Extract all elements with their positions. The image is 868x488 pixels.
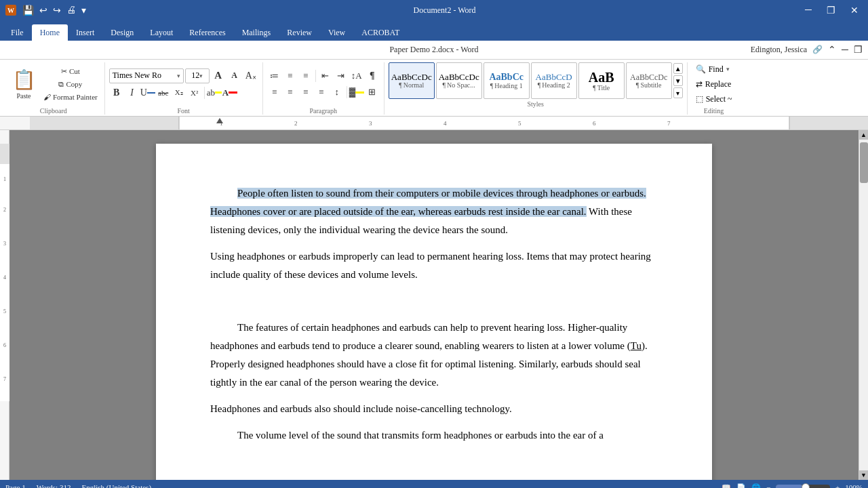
- align-right-button[interactable]: ≡: [298, 85, 313, 100]
- strikethrough-button[interactable]: abc: [156, 85, 171, 100]
- clear-format-button[interactable]: Aₓ: [243, 68, 258, 83]
- scroll-thumb[interactable]: [860, 142, 868, 183]
- style-normal[interactable]: AaBbCcDc ¶ Normal: [389, 62, 435, 99]
- multilevel-button[interactable]: ≡: [298, 68, 313, 83]
- tab-file[interactable]: File: [3, 24, 32, 41]
- cut-button[interactable]: ✂ Cut: [41, 65, 100, 77]
- bold-button[interactable]: B: [109, 85, 124, 100]
- decrease-indent-button[interactable]: ⇤: [318, 68, 333, 83]
- window-minimize[interactable]: ─: [842, 45, 848, 56]
- style-subtitle[interactable]: AaBbCcDc ¶ Subtitle: [626, 62, 672, 99]
- tab-review[interactable]: Review: [279, 24, 320, 41]
- styles-expand[interactable]: ▾: [673, 87, 683, 98]
- superscript-button[interactable]: X²: [187, 85, 202, 100]
- minimize-button[interactable]: ─: [801, 3, 816, 18]
- font-name-dropdown[interactable]: Times New Ro ▾: [109, 68, 184, 83]
- style-no-spacing[interactable]: AaBbCcDc ¶ No Spac...: [436, 62, 482, 99]
- shrink-font-button[interactable]: A: [227, 68, 242, 83]
- select-button[interactable]: ⬚ Select ~: [692, 92, 736, 106]
- paragraph-4[interactable]: The features of certain headphones and e…: [210, 319, 658, 392]
- print-button[interactable]: 🖨: [64, 3, 78, 17]
- title-bar-title: Document2 - Word: [88, 5, 801, 16]
- align-left-button[interactable]: ≡: [267, 85, 282, 100]
- divider2: [315, 70, 316, 82]
- scroll-down-button[interactable]: ▼: [859, 470, 869, 480]
- underline-button[interactable]: U: [140, 85, 155, 100]
- zoom-level[interactable]: 100%: [845, 483, 863, 488]
- grow-font-button[interactable]: A: [211, 68, 226, 83]
- style-title-label: ¶ Title: [593, 84, 610, 92]
- styles-scroll-up[interactable]: ▲: [673, 63, 683, 74]
- scroll-track[interactable]: [859, 140, 869, 470]
- zoom-thumb[interactable]: [802, 483, 810, 488]
- align-center-button[interactable]: ≡: [283, 85, 298, 100]
- style-title[interactable]: AaB ¶ Title: [578, 62, 625, 99]
- customize-button[interactable]: ▾: [79, 3, 88, 18]
- paragraph-1[interactable]: People often listen to sound from their …: [210, 184, 658, 239]
- zoom-slider[interactable]: [776, 485, 830, 488]
- tab-view[interactable]: View: [320, 24, 353, 41]
- undo-button[interactable]: ↩: [37, 3, 50, 18]
- font-size-value: 12: [191, 70, 199, 81]
- font-color-label: A: [222, 87, 229, 98]
- find-button[interactable]: 🔍 Find ▾: [692, 62, 734, 76]
- user-name: Edington, Jessica: [751, 45, 807, 55]
- paste-button[interactable]: 📋 Paste: [7, 65, 41, 103]
- redo-button[interactable]: ↪: [51, 3, 63, 18]
- vertical-scrollbar[interactable]: ▲ ▼: [859, 130, 868, 480]
- view-mode-read[interactable]: 📖: [722, 483, 731, 489]
- tab-mailings[interactable]: Mailings: [234, 24, 279, 41]
- shading-button[interactable]: ▓: [349, 85, 364, 100]
- tab-layout[interactable]: Layout: [142, 24, 181, 41]
- divider: [204, 87, 205, 99]
- font-size-dropdown[interactable]: 12 ▾: [185, 68, 210, 83]
- scroll-up-button[interactable]: ▲: [859, 130, 869, 140]
- window-restore[interactable]: ❐: [854, 44, 863, 56]
- style-heading1-label: ¶ Heading 1: [490, 82, 523, 89]
- highlight-button[interactable]: ab: [207, 85, 222, 100]
- paragraph-2[interactable]: Using headphones or earbuds improperly c…: [210, 247, 658, 284]
- svg-text:2: 2: [3, 207, 6, 213]
- increase-indent-button[interactable]: ⇥: [334, 68, 349, 83]
- tab-acrobat[interactable]: ACROBAT: [353, 24, 408, 41]
- paragraph-3[interactable]: [210, 292, 658, 310]
- paragraph-5[interactable]: Headphones and earbuds also should inclu…: [210, 400, 658, 418]
- italic-button[interactable]: I: [125, 85, 140, 100]
- format-painter-button[interactable]: 🖌 Format Painter: [41, 91, 100, 103]
- svg-rect-10: [0, 144, 9, 164]
- styles-scroll-down[interactable]: ▼: [673, 75, 683, 86]
- copy-button[interactable]: ⧉ Copy: [41, 78, 100, 90]
- shading-icon: ▓: [349, 87, 355, 98]
- view-mode-web[interactable]: 🌐: [751, 483, 761, 489]
- borders-button[interactable]: ⊞: [365, 85, 380, 100]
- style-heading2[interactable]: AaBbCcD ¶ Heading 2: [531, 62, 577, 99]
- sort-button[interactable]: ↕A: [349, 68, 364, 83]
- share-icon[interactable]: 🔗: [812, 45, 823, 55]
- numbering-button[interactable]: ≡: [283, 68, 298, 83]
- tab-design[interactable]: Design: [102, 24, 142, 41]
- zoom-in-button[interactable]: +: [835, 483, 840, 488]
- justify-button[interactable]: ≡: [314, 85, 329, 100]
- paragraph-bottom-row: ≡ ≡ ≡ ≡ ↕ ▓ ⊞: [267, 85, 380, 100]
- bullets-button[interactable]: ≔: [267, 68, 282, 83]
- highlight-color-bar: [215, 92, 222, 94]
- show-marks-button[interactable]: ¶: [365, 68, 380, 83]
- line-spacing-button[interactable]: ↕: [330, 85, 344, 100]
- zoom-out-button[interactable]: −: [766, 483, 770, 488]
- paragraph-group-label: Paragraph: [309, 107, 337, 115]
- tab-insert[interactable]: Insert: [68, 24, 102, 41]
- save-button[interactable]: 💾: [20, 3, 36, 18]
- tab-home[interactable]: Home: [32, 24, 68, 41]
- view-mode-print[interactable]: 📄: [736, 483, 746, 489]
- replace-button[interactable]: ⇄ Replace: [692, 77, 736, 91]
- font-color-button[interactable]: A: [222, 85, 237, 100]
- paragraph-6[interactable]: The volume level of the sound that trans…: [210, 426, 658, 445]
- shading-color-bar: [355, 92, 364, 94]
- secondary-title-right: Edington, Jessica 🔗 ⌃ ─ ❐: [751, 44, 863, 56]
- subscript-button[interactable]: X₂: [172, 85, 186, 100]
- restore-button[interactable]: ❐: [823, 3, 840, 18]
- ribbon-toggle[interactable]: ⌃: [828, 44, 836, 56]
- tab-references[interactable]: References: [181, 24, 233, 41]
- style-heading1[interactable]: AaBbCc ¶ Heading 1: [484, 62, 530, 99]
- close-button[interactable]: ✕: [846, 3, 863, 18]
